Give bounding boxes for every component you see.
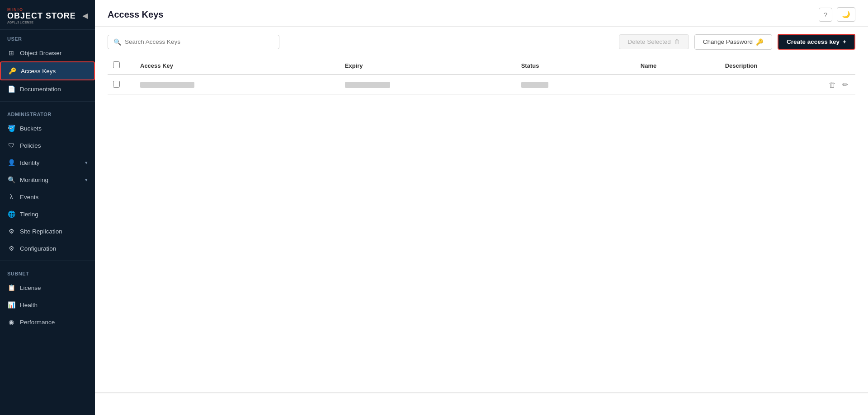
- monitoring-chevron-icon: ▾: [85, 177, 88, 183]
- sidebar-item-documentation[interactable]: 📄 Documentation: [0, 80, 95, 98]
- sidebar-item-label: Monitoring: [20, 177, 48, 183]
- status-value: [521, 82, 548, 88]
- identity-icon: 👤: [7, 159, 15, 167]
- edit-row-button[interactable]: ✏: [840, 79, 850, 90]
- col-access-key: Access Key: [135, 57, 340, 75]
- sidebar-item-label: Object Browser: [20, 50, 61, 56]
- select-all-checkbox[interactable]: [113, 61, 120, 68]
- theme-toggle-button[interactable]: 🌙: [837, 7, 855, 22]
- collapse-sidebar-button[interactable]: ◀: [82, 11, 88, 20]
- sidebar-item-label: Performance: [20, 319, 55, 326]
- toolbar: 🔍 Delete Selected 🗑 Change Password 🔑 Cr…: [95, 27, 868, 57]
- sidebar-item-label: Access Keys: [21, 68, 56, 75]
- sidebar-item-object-browser[interactable]: ⊞ Object Browser: [0, 44, 95, 61]
- help-button[interactable]: ?: [819, 8, 832, 22]
- row-name-cell: [635, 75, 720, 95]
- page-title: Access Keys: [108, 9, 163, 20]
- sidebar-item-identity[interactable]: 👤 Identity ▾: [0, 154, 95, 171]
- change-password-label: Change Password: [703, 38, 753, 45]
- delete-selected-button[interactable]: Delete Selected 🗑: [619, 34, 689, 49]
- sidebar-divider-2: [0, 261, 95, 261]
- admin-section-label: Administrator: [0, 105, 95, 120]
- sidebar-item-label: Health: [20, 302, 38, 308]
- sidebar-item-tiering[interactable]: 🌐 Tiering: [0, 205, 95, 223]
- row-select-cell: [108, 75, 135, 95]
- sidebar-item-label: Site Replication: [20, 228, 62, 235]
- table-header-row: Access Key Expiry Status Name Descriptio…: [108, 57, 855, 75]
- sidebar-item-label: Events: [20, 194, 38, 201]
- policies-icon: 🛡: [7, 141, 15, 149]
- main-content: Access Keys ? 🌙 🔍 Delete Selected 🗑 Chan…: [95, 0, 868, 415]
- row-description-cell: 🗑 ✏: [720, 75, 855, 95]
- row-checkbox[interactable]: [113, 81, 120, 88]
- sidebar-item-policies[interactable]: 🛡 Policies: [0, 137, 95, 154]
- delete-selected-label: Delete Selected: [627, 38, 670, 45]
- events-icon: λ: [7, 193, 15, 201]
- logo-main: OBJECT STORE: [7, 12, 76, 20]
- license-icon: 📋: [7, 284, 15, 292]
- monitoring-icon: 🔍: [7, 176, 15, 184]
- documentation-icon: 📄: [7, 85, 15, 93]
- table-row: 🗑 ✏: [108, 75, 855, 95]
- sidebar-item-monitoring[interactable]: 🔍 Monitoring ▾: [0, 171, 95, 188]
- sidebar: MINIO OBJECT STORE AGPLv3 LICENSE ◀ User…: [0, 0, 95, 415]
- identity-chevron-icon: ▾: [85, 160, 88, 166]
- sidebar-item-performance[interactable]: ◉ Performance: [0, 313, 95, 331]
- subnet-section-label: Subnet: [0, 265, 95, 279]
- row-access-key-cell: [135, 75, 340, 95]
- sidebar-item-site-replication[interactable]: ⚙ Site Replication: [0, 223, 95, 240]
- sidebar-item-events[interactable]: λ Events: [0, 188, 95, 205]
- sidebar-item-label: Policies: [20, 142, 41, 149]
- row-expiry-cell: [340, 75, 516, 95]
- sidebar-divider-1: [0, 101, 95, 102]
- trash-icon: 🗑: [674, 38, 680, 45]
- buckets-icon: 🪣: [7, 124, 15, 132]
- access-keys-table: Access Key Expiry Status Name Descriptio…: [108, 57, 855, 95]
- page-header: Access Keys ? 🌙: [95, 0, 868, 27]
- sidebar-item-label: Buckets: [20, 125, 42, 132]
- sidebar-item-buckets[interactable]: 🪣 Buckets: [0, 120, 95, 137]
- search-box: 🔍: [108, 35, 279, 49]
- sidebar-item-label: License: [20, 284, 41, 291]
- bottom-panel: [95, 392, 868, 415]
- sidebar-item-configuration[interactable]: ⚙ Configuration: [0, 240, 95, 257]
- expiry-value: [345, 82, 390, 88]
- user-section-label: User: [0, 30, 95, 44]
- col-name: Name: [635, 57, 720, 75]
- performance-icon: ◉: [7, 318, 15, 326]
- col-status: Status: [516, 57, 635, 75]
- sidebar-item-label: Identity: [20, 159, 40, 166]
- sidebar-item-access-keys[interactable]: 🔑 Access Keys: [0, 61, 95, 80]
- col-select: [108, 57, 135, 75]
- create-access-key-label: Create access key: [787, 38, 840, 45]
- access-key-value: [140, 82, 194, 88]
- sidebar-item-label: Tiering: [20, 211, 38, 218]
- row-actions: 🗑 ✏: [725, 79, 850, 90]
- object-browser-icon: ⊞: [7, 49, 15, 57]
- health-icon: 📊: [7, 301, 15, 309]
- plus-icon: +: [843, 38, 846, 45]
- search-input[interactable]: [125, 38, 274, 45]
- sidebar-item-health[interactable]: 📊 Health: [0, 296, 95, 313]
- table-container: Access Key Expiry Status Name Descriptio…: [95, 57, 868, 392]
- delete-row-button[interactable]: 🗑: [827, 80, 838, 90]
- row-status-cell: [516, 75, 635, 95]
- access-keys-icon: 🔑: [8, 67, 16, 75]
- logo-text: MINIO OBJECT STORE AGPLv3 LICENSE: [7, 7, 76, 24]
- tiering-icon: 🌐: [7, 210, 15, 218]
- sidebar-item-label: Configuration: [20, 245, 56, 252]
- search-icon: 🔍: [113, 38, 121, 46]
- col-description: Description: [720, 57, 855, 75]
- change-password-button[interactable]: Change Password 🔑: [694, 34, 772, 50]
- sidebar-item-license[interactable]: 📋 License: [0, 279, 95, 296]
- key-icon: 🔑: [756, 38, 764, 46]
- site-replication-icon: ⚙: [7, 227, 15, 235]
- configuration-icon: ⚙: [7, 244, 15, 252]
- sidebar-item-label: Documentation: [20, 86, 61, 93]
- logo-badge: AGPLv3 LICENSE: [7, 21, 76, 24]
- create-access-key-button[interactable]: Create access key +: [778, 34, 855, 50]
- sidebar-logo: MINIO OBJECT STORE AGPLv3 LICENSE ◀: [0, 0, 95, 30]
- col-expiry: Expiry: [340, 57, 516, 75]
